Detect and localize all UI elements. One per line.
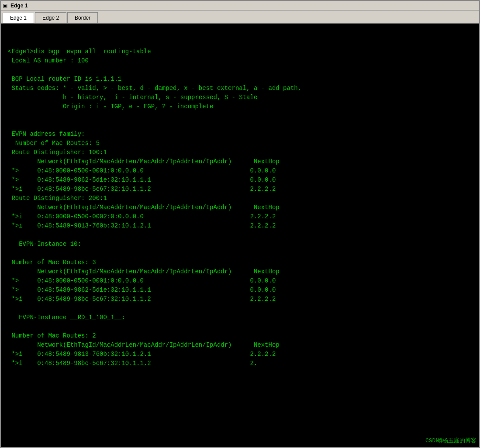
- terminal-line: *>i 0:48:5489-98bc-5e67:32:10.1.1.2 2.2.…: [8, 185, 472, 194]
- terminal-line: *>i 0:48:5489-98bc-5e67:32:10.1.1.2 2.2.…: [8, 295, 472, 304]
- terminal-line: Status codes: * - valid, > - best, d - d…: [8, 84, 472, 93]
- tab-bar: Edge 1 Edge 2 Border: [1, 10, 479, 24]
- terminal-line: *>i 0:48:5489-9813-760b:32:10.1.2.1 2.2.…: [8, 221, 472, 231]
- terminal-line: [8, 322, 472, 331]
- terminal-line: *> 0:48:5489-9862-5d1e:32:10.1.1.1 0.0.0…: [8, 176, 472, 185]
- terminal-line: Local AS number : 100: [8, 56, 472, 65]
- terminal-line: Route Distinguisher: 100:1: [8, 148, 472, 157]
- terminal-line: BGP Local router ID is 1.1.1.1: [8, 75, 472, 84]
- terminal-line: [8, 121, 472, 130]
- tab-edge1[interactable]: Edge 1: [3, 13, 34, 23]
- terminal-line: [8, 65, 472, 75]
- terminal-line: EVPN-Instance __RD_1_100_1__:: [8, 313, 472, 322]
- tab-border[interactable]: Border: [67, 12, 98, 23]
- terminal-line: *> 0:48:5489-9862-5d1e:32:10.1.1.1 0.0.0…: [8, 286, 472, 295]
- terminal-line: Number of Mac Routes: 3: [8, 258, 472, 267]
- terminal-line: Network(EthTagId/MacAddrLen/MacAddr/IpAd…: [8, 203, 472, 212]
- terminal-output: <Edge1>dis bgp evpn all routing-table Lo…: [1, 24, 479, 447]
- terminal-line: EVPN-Instance 10:: [8, 240, 472, 249]
- terminal-line: <Edge1>dis bgp evpn all routing-table: [8, 47, 472, 56]
- terminal-line: [8, 304, 472, 313]
- terminal-line: Network(EthTagId/MacAddrLen/MacAddr/IpAd…: [8, 157, 472, 166]
- terminal-line: Route Distinguisher: 200:1: [8, 194, 472, 203]
- terminal-line: [8, 249, 472, 258]
- terminal-line: *> 0:48:0000-0500-0001:0:0.0.0.0 0.0.0.0: [8, 166, 472, 176]
- terminal-line: [8, 231, 472, 240]
- terminal-line: Network(EthTagId/MacAddrLen/MacAddr/IpAd…: [8, 341, 472, 350]
- terminal-line: [8, 111, 472, 121]
- terminal-line: *> 0:48:0000-0500-0001:0:0.0.0.0 0.0.0.0: [8, 276, 472, 286]
- window-icon: ▣: [3, 3, 9, 9]
- terminal-line: Origin : i - IGP, e - EGP, ? - incomplet…: [8, 102, 472, 111]
- watermark: CSDN@杨玉庭的博客: [425, 437, 477, 445]
- main-window: ▣ Edge 1 Edge 1 Edge 2 Border <Edge1>dis…: [0, 0, 480, 448]
- terminal-line: Network(EthTagId/MacAddrLen/MacAddr/IpAd…: [8, 267, 472, 276]
- tab-edge2[interactable]: Edge 2: [35, 12, 66, 23]
- terminal-line: Number of Mac Routes: 2: [8, 331, 472, 341]
- terminal-line: *>i 0:48:5489-9813-760b:32:10.1.2.1 2.2.…: [8, 350, 472, 359]
- terminal-line: Number of Mac Routes: 5: [8, 139, 472, 148]
- window-title: Edge 1: [10, 3, 28, 9]
- terminal-line: h - history, i - internal, s - suppresse…: [8, 93, 472, 102]
- terminal-line: *>i 0:48:5489-98bc-5e67:32:10.1.1.2 2.: [8, 359, 472, 368]
- terminal-line: *>i 0:48:0000-0500-0002:0:0.0.0.0 2.2.2.…: [8, 212, 472, 221]
- terminal-line: EVPN address family:: [8, 130, 472, 139]
- title-bar: ▣ Edge 1: [1, 1, 479, 10]
